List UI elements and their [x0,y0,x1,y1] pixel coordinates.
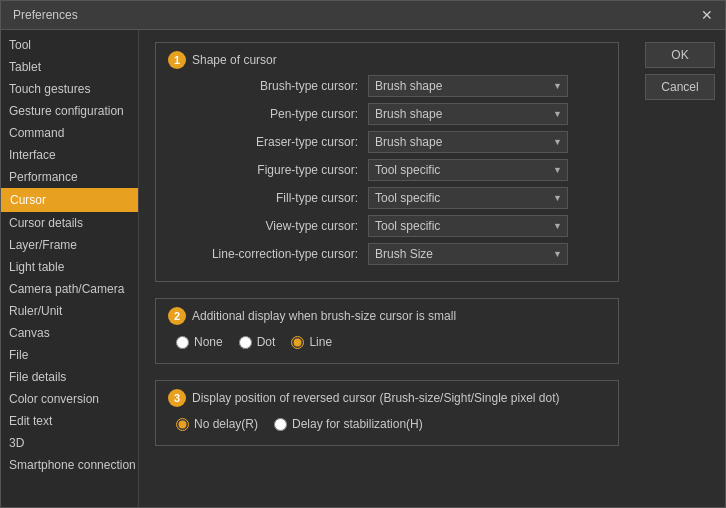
main-content: 1 Shape of cursor Brush-type cursor:Brus… [139,30,635,507]
section3-group: 3 Display position of reversed cursor (B… [155,380,619,446]
section1-number: 1 [168,51,186,69]
section3-radios: No delay(R)Delay for stabilization(H) [168,413,606,435]
select-wrapper-brush-type: Brush shapeTool specificBrush Size [368,75,568,97]
sidebar-item-cursor[interactable]: Cursor [1,188,138,212]
close-button[interactable]: ✕ [701,7,713,23]
radio-item-dot[interactable]: Dot [239,335,276,349]
section3-header: 3 Display position of reversed cursor (B… [168,389,606,407]
sidebar-item-color-conversion[interactable]: Color conversion [1,388,138,410]
sidebar-item-tool[interactable]: Tool [1,34,138,56]
sidebar-item-camera-path-camera[interactable]: Camera path/Camera [1,278,138,300]
section1-group: 1 Shape of cursor Brush-type cursor:Brus… [155,42,619,282]
select-line-correction-type[interactable]: Brush shapeTool specificBrush Size [368,243,568,265]
cursor-row-figure-type: Figure-type cursor:Brush shapeTool speci… [168,159,606,181]
sidebar-item-file-details[interactable]: File details [1,366,138,388]
sidebar-item-3d[interactable]: 3D [1,432,138,454]
sidebar-item-gesture-configuration[interactable]: Gesture configuration [1,100,138,122]
radio-label-none: None [194,335,223,349]
select-brush-type[interactable]: Brush shapeTool specificBrush Size [368,75,568,97]
radio-label-delay-stabilization: Delay for stabilization(H) [292,417,423,431]
section1-header: 1 Shape of cursor [168,51,606,69]
sidebar-item-layer-frame[interactable]: Layer/Frame [1,234,138,256]
dialog-body: ToolTabletTouch gesturesGesture configur… [1,30,725,507]
select-fill-type[interactable]: Brush shapeTool specificBrush Size [368,187,568,209]
cursor-label-brush-type: Brush-type cursor: [168,79,368,93]
radio-item-delay-stabilization[interactable]: Delay for stabilization(H) [274,417,423,431]
title-bar: Preferences ✕ [1,1,725,30]
radio-input-dot[interactable] [239,336,252,349]
cursor-label-eraser-type: Eraser-type cursor: [168,135,368,149]
section1-rows: Brush-type cursor:Brush shapeTool specif… [168,75,606,265]
cursor-row-fill-type: Fill-type cursor:Brush shapeTool specifi… [168,187,606,209]
sidebar-item-performance[interactable]: Performance [1,166,138,188]
sidebar: ToolTabletTouch gesturesGesture configur… [1,30,139,507]
sidebar-item-interface[interactable]: Interface [1,144,138,166]
sidebar-item-canvas[interactable]: Canvas [1,322,138,344]
radio-input-line[interactable] [291,336,304,349]
select-wrapper-eraser-type: Brush shapeTool specificBrush Size [368,131,568,153]
action-buttons: OK Cancel [635,30,725,507]
cursor-label-fill-type: Fill-type cursor: [168,191,368,205]
dialog-title: Preferences [13,8,78,22]
select-pen-type[interactable]: Brush shapeTool specificBrush Size [368,103,568,125]
radio-input-delay-stabilization[interactable] [274,418,287,431]
cursor-row-view-type: View-type cursor:Brush shapeTool specifi… [168,215,606,237]
cursor-label-figure-type: Figure-type cursor: [168,163,368,177]
section2-title: Additional display when brush-size curso… [192,309,456,323]
sidebar-item-light-table[interactable]: Light table [1,256,138,278]
radio-label-dot: Dot [257,335,276,349]
select-wrapper-line-correction-type: Brush shapeTool specificBrush Size [368,243,568,265]
radio-input-no-delay[interactable] [176,418,189,431]
radio-label-line: Line [309,335,332,349]
section3-title: Display position of reversed cursor (Bru… [192,391,560,405]
sidebar-item-smartphone-connection[interactable]: Smartphone connection [1,454,138,476]
select-eraser-type[interactable]: Brush shapeTool specificBrush Size [368,131,568,153]
cursor-label-line-correction-type: Line-correction-type cursor: [168,247,368,261]
section2-number: 2 [168,307,186,325]
radio-item-line[interactable]: Line [291,335,332,349]
ok-button[interactable]: OK [645,42,715,68]
cursor-row-brush-type: Brush-type cursor:Brush shapeTool specif… [168,75,606,97]
section2-group: 2 Additional display when brush-size cur… [155,298,619,364]
cursor-row-pen-type: Pen-type cursor:Brush shapeTool specific… [168,103,606,125]
sidebar-item-ruler-unit[interactable]: Ruler/Unit [1,300,138,322]
sidebar-item-tablet[interactable]: Tablet [1,56,138,78]
select-figure-type[interactable]: Brush shapeTool specificBrush Size [368,159,568,181]
select-wrapper-pen-type: Brush shapeTool specificBrush Size [368,103,568,125]
select-wrapper-figure-type: Brush shapeTool specificBrush Size [368,159,568,181]
select-view-type[interactable]: Brush shapeTool specificBrush Size [368,215,568,237]
select-wrapper-fill-type: Brush shapeTool specificBrush Size [368,187,568,209]
sidebar-item-cursor-details[interactable]: Cursor details [1,212,138,234]
cursor-label-view-type: View-type cursor: [168,219,368,233]
sidebar-item-command[interactable]: Command [1,122,138,144]
radio-item-none[interactable]: None [176,335,223,349]
section1-title: Shape of cursor [192,53,277,67]
radio-item-no-delay[interactable]: No delay(R) [176,417,258,431]
section2-header: 2 Additional display when brush-size cur… [168,307,606,325]
cancel-button[interactable]: Cancel [645,74,715,100]
sidebar-item-file[interactable]: File [1,344,138,366]
sidebar-item-touch-gestures[interactable]: Touch gestures [1,78,138,100]
section3-number: 3 [168,389,186,407]
section2-radios: NoneDotLine [168,331,606,353]
radio-label-no-delay: No delay(R) [194,417,258,431]
sidebar-item-edit-text[interactable]: Edit text [1,410,138,432]
radio-input-none[interactable] [176,336,189,349]
preferences-dialog: Preferences ✕ ToolTabletTouch gesturesGe… [0,0,726,508]
cursor-row-line-correction-type: Line-correction-type cursor:Brush shapeT… [168,243,606,265]
cursor-row-eraser-type: Eraser-type cursor:Brush shapeTool speci… [168,131,606,153]
cursor-label-pen-type: Pen-type cursor: [168,107,368,121]
select-wrapper-view-type: Brush shapeTool specificBrush Size [368,215,568,237]
